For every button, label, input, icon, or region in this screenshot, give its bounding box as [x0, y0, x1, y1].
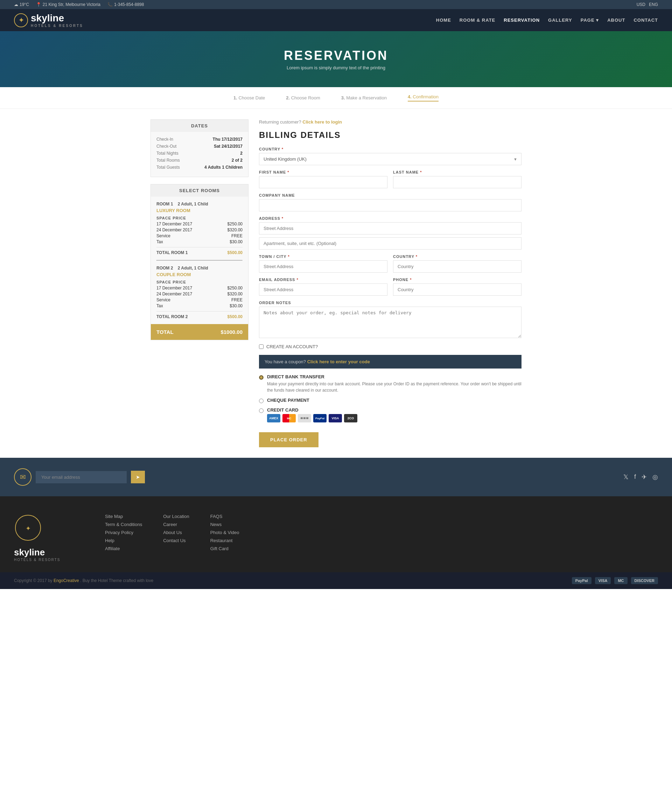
paypal-payment-icon: PayPal	[572, 577, 591, 584]
country-select[interactable]: United Kingdom (UK) United States Austra…	[259, 153, 522, 165]
copyright-brand[interactable]: EngoCreative	[54, 578, 79, 583]
footer-link-location[interactable]: Our Location	[163, 514, 189, 519]
facebook-icon[interactable]: f	[634, 473, 636, 481]
coupon-link[interactable]: Click here to enter your code	[307, 359, 370, 364]
currency-selector[interactable]: USD	[637, 2, 646, 7]
address-input-2[interactable]	[259, 237, 522, 249]
email-group: EMAIL ADDRESS *	[259, 277, 388, 296]
grand-total-label: TOTAL	[157, 329, 173, 335]
weather-info: ☁ 19°C	[14, 2, 29, 7]
room-2-price-2: 24 December 2017 $320.00	[157, 292, 243, 296]
grand-total-value: $1000.00	[221, 329, 243, 335]
nav-about[interactable]: ABOUT	[607, 18, 625, 23]
payment-cheque-radio[interactable]	[259, 399, 264, 403]
reservation-steps: 1. Choose Date 2. Choose Room 3. Make a …	[0, 87, 672, 109]
dates-header: DATES	[151, 120, 248, 132]
order-notes-input[interactable]	[259, 307, 522, 338]
nav-page[interactable]: PAGE ▾	[581, 18, 599, 23]
create-account-row: CREATE AN ACCOUNT?	[259, 344, 522, 349]
newsletter-input[interactable]	[36, 471, 127, 483]
order-notes-group: ORDER NOTES	[259, 301, 522, 339]
language-selector[interactable]: ENG	[649, 2, 658, 7]
company-group: COMPANY NAME	[259, 193, 522, 211]
payment-bank-radio[interactable]	[259, 375, 264, 380]
cc-mastercard-icon: MC	[282, 414, 296, 423]
step-1[interactable]: 1. Choose Date	[233, 95, 265, 101]
instagram-icon[interactable]: ◎	[652, 473, 658, 481]
footer-link-about[interactable]: About Us	[163, 530, 189, 535]
email-label: EMAIL ADDRESS *	[259, 277, 388, 282]
nav-room-rate[interactable]: ROOM & RATE	[459, 18, 495, 23]
footer-links: Site Map Term & Conditions Privacy Polic…	[105, 514, 658, 562]
footer-link-restaurant[interactable]: Restaurant	[210, 538, 239, 543]
address-input-1[interactable]	[259, 222, 522, 235]
cc-discover-icon: ≋≋≋	[298, 414, 311, 423]
logo-icon: ✦	[14, 13, 28, 27]
nights-row: Total Nights 2	[157, 151, 243, 156]
footer-link-photo[interactable]: Photo & Video	[210, 530, 239, 535]
tripadvisor-icon[interactable]: ✈	[642, 473, 647, 481]
footer-logo-sub: HOTELS & RESORTS	[14, 558, 91, 562]
checkin-row: Check-In Thu 17/12/2017	[157, 137, 243, 142]
checkin-label: Check-In	[157, 137, 173, 142]
newsletter-form: ✉ ➤	[14, 468, 145, 486]
twitter-icon[interactable]: 𝕏	[623, 473, 629, 481]
room-1: ROOM 1 2 Adult, 1 Child LUXURY ROOM SPAC…	[157, 202, 243, 255]
phone-info: 📞 1-345-854-8898	[107, 2, 144, 7]
logo-text: skyline	[31, 13, 83, 24]
create-account-checkbox[interactable]	[259, 344, 264, 349]
step-4[interactable]: 4. Confirmation	[408, 94, 439, 101]
place-order-button[interactable]: PLACE ORDER	[259, 432, 319, 447]
hero-title: RESERVATION	[284, 48, 388, 63]
payment-bank-label: DIRECT BANK TRANSFER	[267, 374, 522, 379]
country-label: COUNTRY *	[259, 147, 522, 151]
payment-credit-radio[interactable]	[259, 408, 264, 413]
footer-link-privacy[interactable]: Privacy Policy	[105, 530, 142, 535]
step-3[interactable]: 3. Make a Reservation	[341, 95, 387, 101]
phone-input[interactable]	[393, 284, 522, 296]
footer-link-contact[interactable]: Contact Us	[163, 538, 189, 543]
nav-gallery[interactable]: GALLERY	[548, 18, 572, 23]
footer-link-news[interactable]: News	[210, 522, 239, 527]
nav-reservation[interactable]: RESERVATION	[504, 18, 540, 23]
top-bar-right[interactable]: USD ENG	[637, 2, 658, 7]
footer-newsletter: ✉ ➤ 𝕏 f ✈ ◎	[0, 458, 672, 496]
newsletter-submit[interactable]: ➤	[131, 471, 145, 483]
lastname-input[interactable]	[393, 176, 522, 188]
footer-link-sitemap[interactable]: Site Map	[105, 514, 142, 519]
coupon-banner: You have a coupon? Click here to enter y…	[259, 355, 522, 368]
company-input[interactable]	[259, 199, 522, 211]
footer-col-1: Site Map Term & Conditions Privacy Polic…	[105, 514, 142, 562]
footer-link-career[interactable]: Career	[163, 522, 189, 527]
town-input[interactable]	[259, 260, 388, 273]
room-1-price-2: 24 December 2017 $320.00	[157, 228, 243, 232]
select-rooms-body: ROOM 1 2 Adult, 1 Child LUXURY ROOM SPAC…	[151, 197, 248, 324]
footer-col-3: FAQS News Photo & Video Restaurant Gift …	[210, 514, 239, 562]
footer-link-affiliate[interactable]: Affiliate	[105, 546, 142, 551]
footer-link-terms[interactable]: Term & Conditions	[105, 522, 142, 527]
room-2-header: ROOM 2 2 Adult, 1 Child	[157, 266, 243, 271]
step-2[interactable]: 2. Choose Room	[286, 95, 320, 101]
firstname-input[interactable]	[259, 176, 388, 188]
footer-link-giftcard[interactable]: Gift Card	[210, 546, 239, 551]
phone-label: PHONE *	[393, 277, 522, 282]
cc-paypal-icon: PayPal	[313, 414, 327, 423]
visa-payment-icon: VISA	[595, 577, 611, 584]
login-link[interactable]: Click here to login	[302, 119, 342, 125]
main-nav[interactable]: HOME ROOM & RATE RESERVATION GALLERY PAG…	[436, 18, 658, 23]
email-input[interactable]	[259, 284, 388, 296]
country2-input[interactable]	[393, 260, 522, 273]
footer-col-2: Our Location Career About Us Contact Us	[163, 514, 189, 562]
footer-main: ✦ skyline HOTELS & RESORTS Site Map Term…	[0, 496, 672, 572]
footer-link-help[interactable]: Help	[105, 538, 142, 543]
nav-home[interactable]: HOME	[436, 18, 451, 23]
top-bar: ☁ 19°C 📍 21 King Str, Melbourne Victoria…	[0, 0, 672, 9]
firstname-group: FIRST NAME *	[259, 170, 388, 188]
social-icons: 𝕏 f ✈ ◎	[623, 473, 658, 481]
hero-subtitle: Lorem ipsum is simply dummy text of the …	[287, 65, 385, 70]
nav-contact[interactable]: CONTACT	[634, 18, 658, 23]
footer-link-faqs[interactable]: FAQS	[210, 514, 239, 519]
rooms-label: Total Rooms	[157, 158, 180, 163]
room-2-name: COUPLE ROOM	[157, 272, 243, 277]
footer-logo: ✦ skyline HOTELS & RESORTS	[14, 514, 91, 562]
